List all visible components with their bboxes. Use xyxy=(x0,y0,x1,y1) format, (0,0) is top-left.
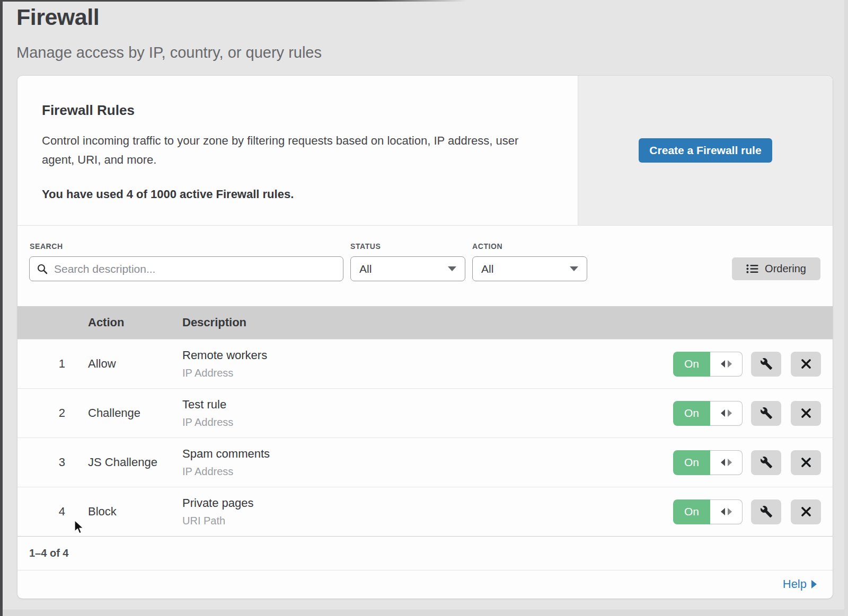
rule-enabled-toggle[interactable]: On xyxy=(673,401,743,426)
ordering-button-label: Ordering xyxy=(765,263,806,275)
overview-section: Firewall Rules Control incoming traffic … xyxy=(17,76,833,225)
rule-action: Challenge xyxy=(65,406,182,420)
window-edge-top xyxy=(0,0,466,2)
close-icon xyxy=(800,407,812,419)
pagination-row: 1–4 of 4 xyxy=(17,536,833,570)
action-select[interactable]: All xyxy=(472,256,587,281)
delete-rule-button[interactable] xyxy=(791,352,821,377)
arrow-left-icon xyxy=(721,360,725,368)
rule-description: Test rule xyxy=(182,398,673,412)
chevron-down-icon xyxy=(448,266,456,271)
toggle-on-label: On xyxy=(673,401,710,426)
search-input[interactable] xyxy=(53,262,335,276)
window-edge-left xyxy=(0,0,3,616)
close-icon xyxy=(800,358,812,370)
rule-priority: 1 xyxy=(17,357,65,371)
arrow-left-icon xyxy=(721,459,725,466)
column-header-action: Action xyxy=(88,316,182,329)
window-edge-right xyxy=(844,0,848,616)
rule-action: Block xyxy=(65,505,182,519)
toggle-on-label: On xyxy=(673,499,710,524)
delete-rule-button[interactable] xyxy=(791,450,821,475)
wrench-icon xyxy=(760,358,773,370)
arrow-left-icon xyxy=(721,508,725,515)
delete-rule-button[interactable] xyxy=(791,401,821,426)
ordering-button[interactable]: Ordering xyxy=(732,257,820,280)
rule-match-type: IP Address xyxy=(182,466,673,478)
close-icon xyxy=(800,457,812,468)
rule-controls: On xyxy=(673,401,821,426)
arrow-right-icon xyxy=(811,580,817,588)
rule-action: Allow xyxy=(65,357,182,371)
rule-match-type: IP Address xyxy=(182,367,673,379)
delete-rule-button[interactable] xyxy=(791,499,821,524)
rule-action: JS Challenge xyxy=(65,456,182,469)
rule-priority: 2 xyxy=(17,406,65,420)
edit-rule-button[interactable] xyxy=(751,401,781,426)
toggle-handle[interactable] xyxy=(710,401,743,426)
action-selected-value: All xyxy=(481,263,493,275)
search-icon xyxy=(37,264,48,274)
toggle-on-label: On xyxy=(673,352,710,377)
rule-priority: 3 xyxy=(17,456,65,469)
table-row: 4 Block Private pages URI Path On xyxy=(17,487,833,536)
help-link[interactable]: Help xyxy=(783,577,817,591)
column-header-description: Description xyxy=(182,316,246,329)
pagination-text: 1–4 of 4 xyxy=(29,547,68,559)
rule-description-cell: Remote workers IP Address xyxy=(182,349,673,379)
arrow-right-icon xyxy=(728,409,732,417)
rule-description: Private pages xyxy=(182,496,673,510)
status-selected-value: All xyxy=(359,263,372,275)
section-heading: Firewall Rules xyxy=(42,102,547,119)
wrench-icon xyxy=(760,505,773,518)
help-row: Help xyxy=(17,570,833,598)
create-rule-panel: Create a Firewall rule xyxy=(578,76,833,225)
rule-description: Spam comments xyxy=(182,447,673,461)
rule-enabled-toggle[interactable]: On xyxy=(673,499,743,524)
edit-rule-button[interactable] xyxy=(751,499,781,524)
arrow-right-icon xyxy=(728,508,732,515)
section-description: Control incoming traffic to your zone by… xyxy=(42,131,543,169)
rule-match-type: IP Address xyxy=(182,416,673,428)
table-row: 3 JS Challenge Spam comments IP Address … xyxy=(17,438,833,487)
action-label: ACTION xyxy=(472,242,502,251)
status-select[interactable]: All xyxy=(350,256,465,281)
rule-description-cell: Spam comments IP Address xyxy=(182,447,673,478)
page-subtitle: Manage access by IP, country, or query r… xyxy=(16,44,848,61)
toggle-handle[interactable] xyxy=(710,450,743,475)
rule-enabled-toggle[interactable]: On xyxy=(673,352,743,377)
rule-priority: 4 xyxy=(17,505,65,519)
arrow-left-icon xyxy=(721,409,725,417)
table-row: 2 Challenge Test rule IP Address On xyxy=(17,388,833,438)
firewall-rules-card: Firewall Rules Control incoming traffic … xyxy=(17,76,833,599)
rule-match-type: URI Path xyxy=(182,515,673,527)
rule-controls: On xyxy=(673,499,821,524)
edit-rule-button[interactable] xyxy=(751,450,781,475)
toggle-handle[interactable] xyxy=(710,499,743,524)
rule-controls: On xyxy=(673,352,821,377)
wrench-icon xyxy=(760,407,773,419)
close-icon xyxy=(800,506,812,517)
toggle-on-label: On xyxy=(673,450,710,475)
arrow-right-icon xyxy=(728,459,732,466)
wrench-icon xyxy=(760,456,773,469)
ordering-list-icon xyxy=(746,264,758,274)
rule-description: Remote workers xyxy=(182,349,673,362)
page-header: Firewall Manage access by IP, country, o… xyxy=(0,0,848,61)
arrow-right-icon xyxy=(728,360,732,368)
table-row: 1 Allow Remote workers IP Address On xyxy=(17,339,833,388)
rule-description-cell: Test rule IP Address xyxy=(182,398,673,428)
rule-enabled-toggle[interactable]: On xyxy=(673,450,743,475)
rule-controls: On xyxy=(673,450,821,475)
filters-section: SEARCH STATUS All ACTION All xyxy=(17,225,833,306)
rule-description-cell: Private pages URI Path xyxy=(182,496,673,527)
page-title: Firewall xyxy=(16,4,848,30)
overview-text: Firewall Rules Control incoming traffic … xyxy=(17,76,547,201)
status-label: STATUS xyxy=(350,242,381,251)
toggle-handle[interactable] xyxy=(710,352,743,377)
edit-rule-button[interactable] xyxy=(751,352,781,377)
window-edge-bottom xyxy=(0,610,848,616)
search-box[interactable] xyxy=(29,256,343,281)
create-firewall-rule-button[interactable]: Create a Firewall rule xyxy=(639,138,772,163)
help-link-label: Help xyxy=(783,577,807,591)
